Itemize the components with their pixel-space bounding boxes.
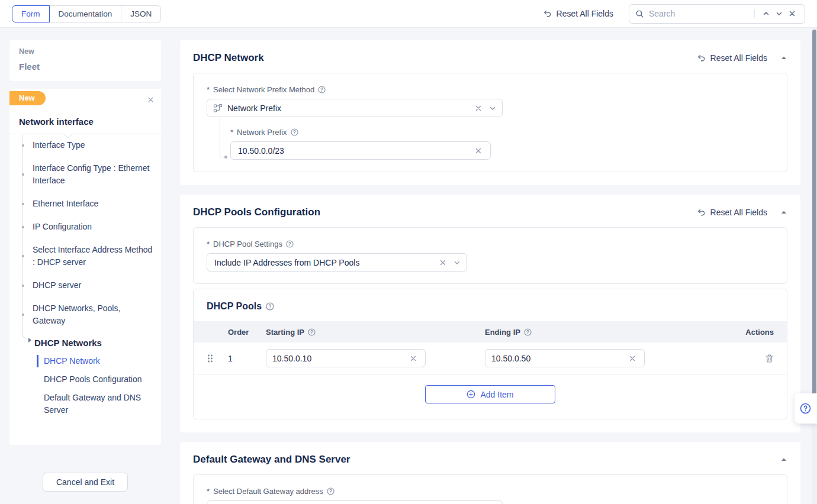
delete-row-button[interactable]	[765, 354, 774, 363]
required-marker: *	[207, 487, 210, 496]
scrollbar-thumb[interactable]	[812, 30, 816, 407]
status-badge: New	[9, 91, 46, 105]
field-label-network-prefix: * Network Prefix	[230, 128, 774, 137]
section-dhcp-network: DHCP Network Reset All Fields *	[180, 40, 800, 185]
tab-documentation[interactable]: Documentation	[49, 5, 122, 22]
field-label-default-gateway: * Select Default Gateway address	[207, 487, 774, 496]
nav-step-interface-config-type[interactable]: Interface Config Type : Ethernet Interfa…	[33, 162, 153, 187]
chevron-down-icon[interactable]	[489, 105, 496, 112]
drag-handle[interactable]	[207, 354, 228, 363]
help-circle-icon[interactable]	[286, 240, 294, 248]
select-dhcp-pool-settings[interactable]: Include IP Addresses from DHCP Pools	[207, 253, 467, 272]
close-icon	[147, 96, 154, 103]
collapse-section-button[interactable]	[780, 54, 787, 62]
tab-form[interactable]: Form	[12, 5, 50, 22]
tab-json[interactable]: JSON	[121, 5, 161, 22]
tree-arrow-icon	[28, 338, 31, 343]
chevron-up-icon	[780, 456, 787, 463]
close-icon	[789, 10, 796, 17]
dhcp-pools-card: DHCP Pools Order Starting IP	[193, 289, 787, 419]
ending-ip-input[interactable]	[491, 354, 626, 363]
add-item-button[interactable]: Add Item	[425, 385, 555, 403]
nav-step-ethernet-interface[interactable]: Ethernet Interface	[33, 198, 153, 210]
chevron-up-icon	[780, 54, 787, 62]
table-row: 1	[194, 343, 787, 374]
nav-group-dhcp-networks: DHCP Networks DHCP Network DHCP Pools Co…	[9, 338, 161, 416]
chevron-up-icon	[763, 10, 770, 17]
select-default-gateway[interactable]: First Address of Network	[207, 500, 503, 504]
plus-circle-icon	[467, 390, 475, 399]
cancel-and-exit-button[interactable]: Cancel and Exit	[43, 473, 128, 492]
context-eyebrow: New	[19, 47, 152, 56]
clear-icon[interactable]	[407, 354, 419, 363]
section-reset-label: Reset All Fields	[710, 208, 767, 217]
context-name: Fleet	[19, 62, 152, 72]
network-prefix-field	[230, 141, 491, 160]
scrollbar-track	[812, 28, 817, 504]
main-content: DHCP Network Reset All Fields *	[180, 40, 800, 504]
field-label-text: Select Network Prefix Method	[213, 85, 314, 94]
help-circle-icon[interactable]	[524, 328, 532, 336]
search-input[interactable]	[649, 9, 750, 18]
chevron-down-icon	[776, 10, 783, 17]
ending-ip-field	[485, 349, 645, 367]
nav-child-default-gateway-dns[interactable]: Default Gateway and DNS Server	[34, 392, 161, 416]
field-label-text: DHCP Pool Settings	[213, 240, 282, 248]
column-header-actions: Actions	[738, 328, 774, 337]
reset-all-fields-button[interactable]: Reset All Fields	[543, 9, 613, 18]
nav-steps: Interface Type Interface Config Type : E…	[9, 134, 161, 327]
timeline-line	[22, 135, 22, 328]
add-item-label: Add Item	[480, 390, 513, 399]
starting-ip-field	[266, 349, 426, 367]
chevron-down-icon[interactable]	[453, 259, 461, 266]
help-circle-icon[interactable]	[318, 86, 326, 93]
collapse-section-button[interactable]	[780, 209, 787, 216]
network-prefix-input[interactable]	[238, 146, 472, 156]
field-label-text: Network Prefix	[237, 128, 287, 137]
help-circle-icon[interactable]	[308, 328, 316, 336]
trash-icon	[765, 354, 774, 363]
nav-child-dhcp-pools-configuration[interactable]: DHCP Pools Configuration	[34, 373, 161, 386]
help-circle-icon[interactable]	[327, 487, 334, 495]
help-button[interactable]	[795, 393, 817, 424]
nav-step-dhcp-networks-pools-gateway[interactable]: DHCP Networks, Pools, Gateway	[33, 302, 153, 327]
nav-step-address-method[interactable]: Select Interface Address Method : DHCP s…	[33, 244, 153, 269]
search-close-button[interactable]	[786, 9, 799, 18]
collapse-section-button[interactable]	[780, 456, 787, 463]
close-panel-button[interactable]	[140, 91, 161, 108]
clear-icon[interactable]	[472, 104, 484, 113]
column-header-label: Starting IP	[266, 328, 304, 337]
column-header-order: Order	[228, 328, 266, 337]
help-circle-icon[interactable]	[291, 128, 298, 136]
starting-ip-input[interactable]	[272, 354, 407, 363]
section-title: DHCP Network	[193, 52, 264, 64]
nav-child-dhcp-network[interactable]: DHCP Network	[34, 355, 161, 367]
pool-settings-fieldbox: * DHCP Pool Settings Include IP Addresse…	[193, 227, 787, 284]
search-icon	[635, 9, 644, 18]
field-label-text: Select Default Gateway address	[213, 487, 323, 496]
search-prev-button[interactable]	[760, 9, 773, 18]
default-gateway-fieldbox: * Select Default Gateway address First A…	[193, 474, 787, 504]
form-nav-card: New Network interface Interface Type Int…	[9, 89, 161, 445]
nav-group-label[interactable]: DHCP Networks	[34, 338, 161, 348]
timeline-corner	[22, 328, 27, 338]
search-next-button[interactable]	[773, 9, 786, 18]
help-circle-icon[interactable]	[266, 302, 274, 311]
clear-icon[interactable]	[472, 146, 484, 156]
column-header-ending-ip: Ending IP	[485, 328, 738, 337]
nav-step-interface-type[interactable]: Interface Type	[33, 139, 153, 151]
clear-icon[interactable]	[437, 258, 449, 267]
section-dhcp-pools-configuration: DHCP Pools Configuration Reset All Field…	[180, 195, 800, 432]
select-network-prefix-method[interactable]: Network Prefix	[207, 99, 503, 117]
section-title: DHCP Pools Configuration	[193, 206, 320, 218]
sidebar: New Fleet New Network interface Interfac…	[9, 40, 161, 504]
select-value: Network Prefix	[227, 104, 472, 113]
section-reset-fields-button[interactable]: Reset All Fields	[697, 208, 767, 217]
nav-step-dhcp-server[interactable]: DHCP server	[33, 279, 153, 292]
section-reset-fields-button[interactable]: Reset All Fields	[697, 53, 767, 63]
section-reset-label: Reset All Fields	[710, 53, 767, 63]
row-order: 1	[228, 354, 266, 363]
clear-icon[interactable]	[626, 354, 638, 363]
nav-step-ip-configuration[interactable]: IP Configuration	[33, 221, 153, 233]
field-label-pool-settings: * DHCP Pool Settings	[207, 240, 774, 248]
